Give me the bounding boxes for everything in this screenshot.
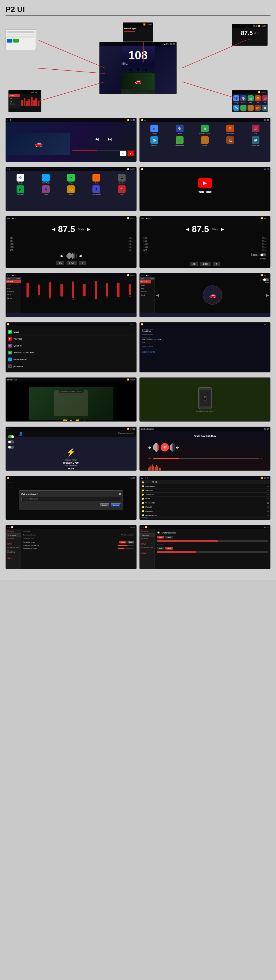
brightness-slider[interactable] — [157, 540, 268, 542]
disp-clear-btn[interactable]: Clear — [127, 541, 134, 544]
next-btn[interactable]: ⏭ — [108, 137, 112, 142]
play-btn[interactable]: ⏸ — [101, 137, 106, 142]
qa-quadpix[interactable]: ⊞ QuadPix — [8, 342, 134, 349]
vid-prev-btn[interactable]: ⏮ — [57, 419, 61, 422]
app-playstore[interactable]: ▶Play Store — [9, 185, 32, 195]
disp-rearview-r[interactable]: Rearview — [140, 537, 155, 540]
play-icon[interactable]: ⏸ — [136, 67, 140, 72]
app-phonelink[interactable]: 📱phonelink — [110, 174, 133, 184]
app-here[interactable]: 📍HERE WeGo — [34, 174, 58, 184]
eq-right-arrow[interactable]: ▶ — [266, 293, 269, 297]
bt-toggle2[interactable] — [8, 441, 14, 444]
loud-toggle-r[interactable] — [263, 278, 269, 281]
navi-broad[interactable]: Navigation broadcast — [6, 549, 21, 554]
loud-toggle[interactable] — [260, 253, 266, 256]
eq-mode-rock-r[interactable]: Rock — [140, 293, 155, 297]
file-alarms[interactable]: 📁 Alarms (0) □ — [140, 488, 270, 493]
fm-nav-list[interactable]: ☰ — [149, 481, 151, 484]
popup-input[interactable] — [21, 497, 121, 501]
navi-map[interactable]: Navigation map — [6, 546, 21, 549]
eq-mode-pop-r[interactable]: Pop — [140, 287, 155, 290]
mp-seekbar[interactable] — [152, 458, 259, 459]
app-theme[interactable]: 🎨Theme — [168, 125, 192, 135]
fm-next-btn2[interactable]: ▶ — [221, 227, 224, 232]
google-icon[interactable]: G — [120, 151, 127, 156]
fm-settings-link[interactable]: Settings — [142, 517, 148, 519]
bt-nav-profile[interactable]: 👤 — [19, 432, 23, 436]
file-movies[interactable]: 📁 Movies (1) □ — [140, 509, 270, 513]
night-btn[interactable]: night — [165, 536, 173, 538]
app-settingswiz[interactable]: ⚙SettingsWizard — [84, 185, 108, 195]
fm-next-btn[interactable]: ▶ — [87, 227, 90, 232]
app-bt[interactable]: 📡Bluetooth — [143, 136, 166, 146]
qa-gps[interactable]: 🤖 AndroidTS GPS Tool — [8, 349, 134, 356]
fm-play-btn[interactable]: ⏮ — [60, 254, 64, 258]
fm-prev-btn2[interactable]: ◀ — [186, 227, 189, 232]
bt-toggle1[interactable] — [8, 435, 14, 438]
fm-as-btn[interactable]: AS — [56, 261, 64, 265]
popup-confirm-btn[interactable]: Confirm — [111, 503, 121, 507]
qa-youtube[interactable]: ▶ YouTube — [8, 336, 134, 342]
file-messages[interactable]: 📁 Messages (0) □ — [140, 484, 270, 488]
rearview-slider[interactable] — [157, 551, 268, 553]
file-notifications[interactable]: 📁 Notifications (0) □ — [140, 513, 270, 517]
rv-day-btn[interactable]: day — [157, 547, 164, 550]
prev-btn[interactable]: ⏮ — [95, 137, 99, 142]
app-radio[interactable]: 📻Radio — [59, 185, 83, 195]
app-anim[interactable]: 🌀Boot Animation — [168, 136, 192, 146]
fm-scan-btn2[interactable]: ⟳ — [213, 262, 220, 266]
mp-prev-btn[interactable]: ⏮ — [148, 445, 152, 450]
vid-fwd-btn[interactable]: ⏩ — [75, 419, 79, 422]
eq-mode-rock[interactable]: Rock — [6, 293, 21, 296]
app-music[interactable]: 🎵Music — [84, 174, 108, 184]
popup-cancel-btn[interactable]: Cancel — [100, 503, 109, 507]
bt-toggle3[interactable] — [8, 445, 14, 449]
fm-prev-btn[interactable]: ◀ — [52, 227, 55, 232]
app-apk[interactable]: 📦APK Installer — [218, 125, 242, 135]
eq-mode-classical[interactable]: Classical — [6, 290, 21, 293]
rv-night-btn[interactable]: night — [165, 547, 173, 550]
eq-mode-normal-r[interactable]: Normal — [140, 280, 151, 283]
fm-nav-grid[interactable]: ⊞ — [152, 481, 154, 484]
vid-next-btn[interactable]: ⏭ — [82, 419, 85, 422]
youtube-icon[interactable]: ▶ — [127, 151, 134, 156]
sysinfo-export-btn[interactable]: Export local file — [142, 351, 268, 353]
eq-mode-jazz-r[interactable]: Jazz — [140, 283, 155, 287]
fm-loc-btn[interactable]: LOC — [67, 261, 76, 265]
popup-close-icon[interactable]: ✕ — [119, 493, 121, 495]
app-gps[interactable]: 🤖AndroidTS GPS T... — [193, 125, 217, 135]
disp-devices[interactable]: DEVICES — [140, 533, 155, 537]
eq-mode-news[interactable]: News — [6, 296, 21, 300]
eq-mode-normal[interactable]: Normal — [6, 280, 21, 283]
file-dcim[interactable]: 📁 DCIM □ — [140, 497, 270, 501]
eq-mode-classical-r[interactable]: Classical — [140, 290, 155, 293]
fm-fwd-btn[interactable]: ⏭ — [78, 254, 82, 258]
app-aux[interactable]: 🔊AUX — [244, 125, 267, 135]
progress-bar[interactable] — [72, 150, 135, 151]
app-grid-settings[interactable]: ⚙Settings 🎨Theme 🤖AndroidTS GPS T... 📦AP… — [141, 124, 268, 147]
disp-export-btn[interactable]: Export — [119, 541, 127, 544]
app-settings[interactable]: ⚙Settings — [143, 125, 166, 135]
day-btn[interactable]: day — [157, 536, 164, 538]
app-fileman[interactable]: 📁File manager — [244, 136, 267, 146]
next-icon[interactable]: ⏭ — [143, 67, 147, 72]
qa-phonelink[interactable]: 📱 phonelink — [8, 363, 134, 370]
disp-brightness[interactable]: Brightness — [6, 533, 21, 537]
fm-as-btn2[interactable]: AS — [190, 262, 198, 266]
app-google[interactable]: GGoogle — [9, 174, 32, 184]
fm-nav-trash[interactable]: 🗑 — [155, 481, 158, 484]
mp-next-btn[interactable]: ⏭ — [176, 445, 180, 450]
file-android[interactable]: 📁 Android (1) □ — [140, 493, 270, 497]
music-controls[interactable]: ⏮ ⏸ ⏭ — [121, 67, 155, 72]
prev-icon[interactable]: ⏮ — [129, 67, 133, 72]
nav-broadcast-slider[interactable] — [117, 545, 134, 546]
file-download[interactable]: 📁 Download (5) ☑ — [140, 501, 270, 505]
app-chrome[interactable]: 🌐Chrome — [193, 136, 217, 146]
video-controls[interactable]: ⏮ ⏪ ⏸ ⏩ ⏭ — [6, 419, 136, 422]
player-controls[interactable]: ⏮ ⏸ ⏭ — [72, 137, 135, 142]
vid-rew-btn[interactable]: ⏪ — [63, 419, 67, 422]
app-quadpix[interactable]: ⊞QuadPix — [34, 185, 58, 195]
fm-loc-btn2[interactable]: LOC — [200, 262, 210, 266]
app-iq[interactable]: 📻IQ — [218, 136, 242, 146]
vid-play-btn[interactable]: ⏸ — [69, 419, 73, 422]
